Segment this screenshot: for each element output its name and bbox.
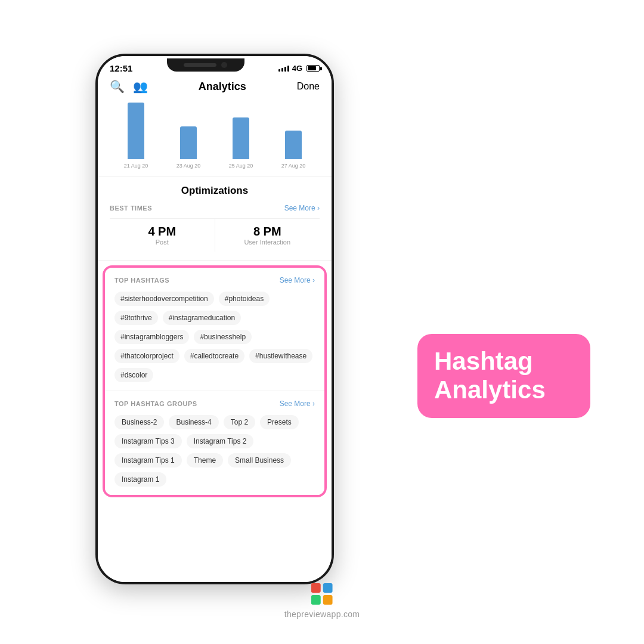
pink-highlight-box: TOP HASHTAGS See More › #sisterhoodoverc… <box>103 265 327 497</box>
interaction-time-value: 8 PM <box>215 225 320 239</box>
camera <box>221 62 227 68</box>
hashtag-chip: #sisterhoodovercompetition <box>114 292 214 306</box>
badge-text: Hashtag Analytics <box>434 347 574 405</box>
svg-rect-0 <box>311 583 321 593</box>
post-time-item: 4 PM Post <box>110 219 215 252</box>
chart-label-4: 27 Aug 20 <box>281 163 306 169</box>
chart-bar-4 <box>285 131 302 159</box>
scroll-content[interactable]: TOP HASHTAGS See More › #sisterhoodoverc… <box>98 261 332 582</box>
chart-bar-1 <box>128 103 144 159</box>
chart-label-1: 21 Aug 20 <box>124 163 148 169</box>
svg-rect-2 <box>311 595 321 605</box>
group-chip: Presets <box>260 415 299 429</box>
hashtag-chips: #sisterhoodovercompetition #photoideas #… <box>114 292 315 382</box>
chart-label-2: 23 Aug 20 <box>177 163 201 169</box>
hashtag-chip: #instagrambloggers <box>114 330 189 344</box>
top-hashtag-groups-section: TOP HASHTAG GROUPS See More › Business-2… <box>105 391 324 495</box>
chart-bar-2 <box>180 126 197 159</box>
chart-bar-group-1: 21 Aug 20 <box>110 103 162 169</box>
hashtag-chip: #dscolor <box>114 368 153 382</box>
app-header: 🔍 👥 Analytics Done <box>98 76 332 100</box>
chart-area: 21 Aug 20 23 Aug 20 25 Aug 20 27 Aug 20 <box>98 100 332 177</box>
hashtag-analytics-badge: Hashtag Analytics <box>417 334 590 418</box>
top-hashtags-section: TOP HASHTAGS See More › #sisterhoodoverc… <box>105 268 324 391</box>
interaction-time-item: 8 PM User Interaction <box>215 219 320 252</box>
group-chip: Instagram Tips 1 <box>114 453 182 467</box>
status-right: 4G <box>278 64 320 73</box>
post-time-desc: Post <box>110 239 215 246</box>
group-chip: Top 2 <box>224 415 255 429</box>
group-chip: Instagram 1 <box>114 472 166 487</box>
top-hashtags-label: TOP HASHTAGS <box>114 277 169 284</box>
svg-rect-1 <box>323 583 333 593</box>
people-icon[interactable]: 👥 <box>133 79 148 94</box>
optimizations-title: Optimizations <box>110 185 320 197</box>
chart-bar-3 <box>233 117 249 159</box>
hashtag-chip: #photoideas <box>219 292 270 306</box>
groups-see-more[interactable]: See More › <box>280 400 315 408</box>
interaction-time-desc: User Interaction <box>215 239 320 246</box>
status-time: 12:51 <box>110 63 132 73</box>
hashtags-see-more[interactable]: See More › <box>280 276 315 284</box>
speaker <box>184 63 216 67</box>
search-icon[interactable]: 🔍 <box>110 79 125 94</box>
chart-bar-group-2: 23 Aug 20 <box>162 126 215 169</box>
svg-rect-3 <box>323 595 333 605</box>
chart-label-3: 25 Aug 20 <box>229 163 253 169</box>
battery-icon <box>306 65 320 72</box>
best-times-row: 4 PM Post 8 PM User Interaction <box>110 218 320 252</box>
notch <box>167 58 244 72</box>
brand-url: thepreviewapp.com <box>284 609 360 619</box>
group-chip: Business-4 <box>169 415 218 429</box>
group-chips: Business-2 Business-4 Top 2 Presets Inst… <box>114 415 315 487</box>
group-chip: Instagram Tips 2 <box>187 434 254 448</box>
best-times-see-more[interactable]: See More › <box>284 204 320 212</box>
hashtag-chip: #thatcolorproject <box>114 349 179 363</box>
group-chip: Theme <box>187 453 223 467</box>
brand-logo-icon <box>311 583 333 605</box>
phone-frame: 12:51 4G <box>95 54 334 584</box>
post-time-value: 4 PM <box>110 225 215 239</box>
hashtag-chip: #instagrameducation <box>163 311 241 325</box>
groups-section-header: TOP HASHTAG GROUPS See More › <box>114 400 315 408</box>
chart-bar-group-4: 27 Aug 20 <box>267 131 320 169</box>
network-label: 4G <box>292 64 302 73</box>
header-left: 🔍 👥 <box>110 79 148 94</box>
hashtag-chip: #calledtocreate <box>184 349 244 363</box>
best-times-label: BEST TIMES <box>110 205 152 212</box>
hashtag-chip: #businesshelp <box>194 330 252 344</box>
hashtag-chip: #hustlewithease <box>249 349 312 363</box>
bottom-branding: thepreviewapp.com <box>284 583 360 619</box>
hashtag-chip: #9tothrive <box>114 311 158 325</box>
group-chip: Instagram Tips 3 <box>114 434 182 448</box>
optimizations-section: Optimizations BEST TIMES See More › 4 PM… <box>98 177 332 261</box>
hashtags-section-header: TOP HASHTAGS See More › <box>114 276 315 284</box>
header-title: Analytics <box>199 80 246 93</box>
phone-inner: 12:51 4G <box>98 56 332 582</box>
chart-bar-group-3: 25 Aug 20 <box>215 117 267 169</box>
group-chip: Business-2 <box>114 415 164 429</box>
signal-icon <box>278 66 289 72</box>
best-times-header: BEST TIMES See More › <box>110 204 320 212</box>
page-container: 12:51 4G <box>0 0 644 644</box>
top-groups-label: TOP HASHTAG GROUPS <box>114 400 197 407</box>
group-chip: Small Business <box>228 453 291 467</box>
chart-bars: 21 Aug 20 23 Aug 20 25 Aug 20 27 Aug 20 <box>110 106 320 171</box>
done-button[interactable]: Done <box>297 81 320 92</box>
status-bar: 12:51 4G <box>98 56 332 76</box>
